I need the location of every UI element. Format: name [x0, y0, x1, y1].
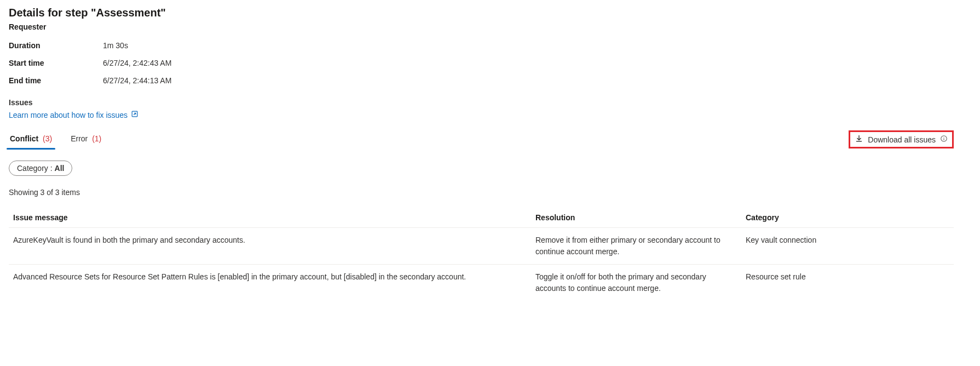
start-time-label: Start time: [9, 59, 103, 67]
learn-more-label: Learn more about how to fix issues: [9, 111, 128, 119]
requester-label: Requester: [9, 22, 954, 31]
table-row: AzureKeyVault is found in both the prima…: [9, 228, 954, 265]
start-time-value: 6/27/24, 2:42:43 AM: [103, 59, 171, 67]
tab-error-label: Error: [71, 134, 88, 143]
category-filter-value: All: [55, 164, 65, 173]
cell-resolution: Remove it from either primary or seconda…: [535, 235, 733, 258]
cell-category: Key vault connection: [746, 235, 949, 246]
category-filter-pill[interactable]: Category : All: [9, 161, 72, 176]
tab-error[interactable]: Error (1): [70, 131, 102, 148]
cell-resolution: Toggle it on/off for both the primary an…: [535, 271, 733, 294]
duration-value: 1m 30s: [103, 41, 128, 50]
info-icon: [940, 135, 948, 144]
issues-heading: Issues: [9, 98, 954, 107]
download-icon: [855, 134, 863, 145]
cell-category: Resource set rule: [746, 271, 949, 283]
cell-issue: Advanced Resource Sets for Resource Set …: [13, 271, 522, 283]
download-all-issues-button[interactable]: Download all issues: [849, 130, 954, 148]
tab-error-count: (1): [92, 134, 101, 143]
page-title: Details for step "Assessment": [9, 7, 954, 19]
end-time-value: 6/27/24, 2:44:13 AM: [103, 76, 171, 85]
end-time-label: End time: [9, 76, 103, 85]
issues-table: Issue message Resolution Category AzureK…: [9, 208, 954, 301]
tab-conflict[interactable]: Conflict (3): [9, 131, 53, 148]
showing-count: Showing 3 of 3 items: [9, 188, 954, 197]
issue-tabs: Conflict (3) Error (1): [9, 131, 102, 148]
learn-more-link[interactable]: Learn more about how to fix issues: [9, 110, 139, 119]
category-filter-key: Category :: [17, 164, 53, 173]
col-header-issue: Issue message: [13, 213, 522, 222]
tab-conflict-label: Conflict: [10, 134, 38, 143]
col-header-category: Category: [746, 213, 949, 222]
download-label: Download all issues: [868, 135, 936, 144]
cell-issue: AzureKeyVault is found in both the prima…: [13, 235, 522, 246]
tab-conflict-count: (3): [43, 134, 52, 143]
col-header-resolution: Resolution: [535, 213, 733, 222]
step-metadata: Duration 1m 30s Start time 6/27/24, 2:42…: [9, 41, 954, 85]
table-row: Advanced Resource Sets for Resource Set …: [9, 265, 954, 301]
external-link-icon: [131, 110, 139, 119]
duration-label: Duration: [9, 41, 103, 50]
svg-point-2: [943, 137, 944, 138]
table-header-row: Issue message Resolution Category: [9, 208, 954, 228]
